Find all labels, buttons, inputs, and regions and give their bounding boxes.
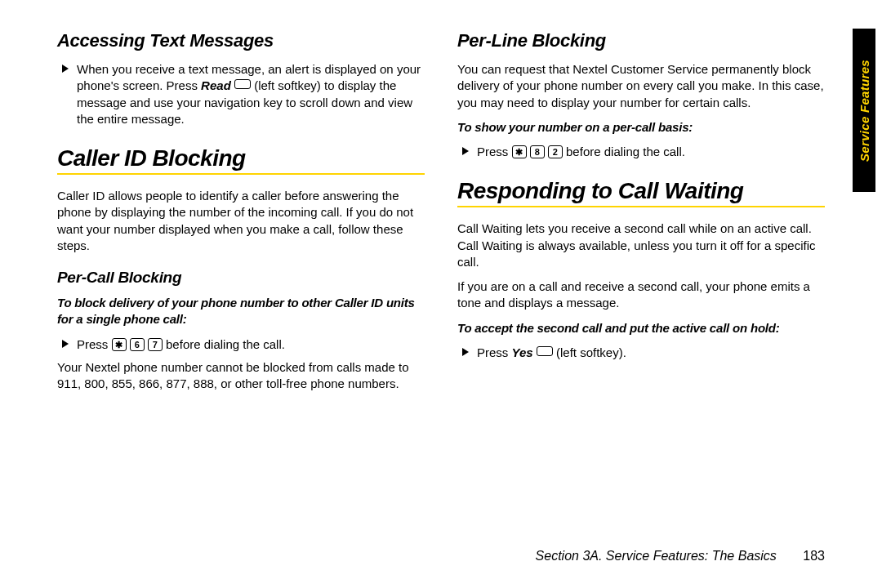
text-fragment: Press <box>77 337 112 351</box>
heading-accessing-text-messages: Accessing Text Messages <box>57 30 425 51</box>
heading-underline <box>457 206 825 207</box>
paragraph: You can request that Nextel Customer Ser… <box>457 61 825 111</box>
read-label: Read <box>201 78 231 92</box>
side-tab-service-features: Service Features <box>853 29 875 192</box>
heading-responding-call-waiting: Responding to Call Waiting <box>457 178 825 204</box>
softkey-icon <box>234 79 251 89</box>
content-columns: Accessing Text Messages When you receive… <box>57 29 825 523</box>
text-fragment: (left softkey). <box>553 345 626 359</box>
text-fragment: before dialing the call. <box>563 145 685 158</box>
key-star: ✱ <box>512 145 527 158</box>
list-item: Press Yes (left softkey). <box>462 345 825 361</box>
softkey-icon <box>537 346 553 356</box>
bullet-text: Press Yes (left softkey). <box>477 345 825 361</box>
triangle-bullet-icon <box>462 348 469 356</box>
key-8: 8 <box>530 145 545 158</box>
heading-per-call-blocking: Per-Call Blocking <box>57 269 425 287</box>
key-6: 6 <box>130 338 145 351</box>
right-column: Per-Line Blocking You can request that N… <box>457 29 825 523</box>
paragraph: Call Waiting lets you receive a second c… <box>457 220 825 270</box>
page-footer: Section 3A. Service Features: The Basics… <box>57 549 825 564</box>
triangle-bullet-icon <box>62 340 69 348</box>
triangle-bullet-icon <box>462 147 469 155</box>
list-item: When you receive a text message, an aler… <box>62 61 425 127</box>
bullet-text: Press ✱ 8 2 before dialing the call. <box>477 144 825 160</box>
instruction: To show your number on a per-call basis: <box>457 119 825 136</box>
side-tab-label: Service Features <box>858 60 871 162</box>
left-column: Accessing Text Messages When you receive… <box>57 29 425 523</box>
heading-underline <box>57 173 425 175</box>
text-fragment: before dialing the call. <box>163 337 285 351</box>
page-number: 183 <box>803 549 825 563</box>
text-fragment: Press <box>477 345 512 359</box>
key-7: 7 <box>148 338 163 351</box>
key-2: 2 <box>548 145 563 158</box>
heading-per-line-blocking: Per-Line Blocking <box>457 30 825 51</box>
list-item: Press ✱ 6 7 before dialing the call. <box>62 336 425 353</box>
paragraph: If you are on a call and receive a secon… <box>457 278 825 312</box>
bullet-text: Press ✱ 6 7 before dialing the call. <box>77 336 425 353</box>
key-star: ✱ <box>112 338 127 351</box>
paragraph: Caller ID allows people to identify a ca… <box>57 188 425 254</box>
text-fragment: Press <box>477 145 512 158</box>
bullet-text: When you receive a text message, an aler… <box>77 61 425 127</box>
yes-label: Yes <box>512 345 533 359</box>
triangle-bullet-icon <box>62 65 69 73</box>
instruction: To accept the second call and put the ac… <box>457 320 825 336</box>
list-item: Press ✱ 8 2 before dialing the call. <box>462 144 825 160</box>
heading-caller-id-blocking: Caller ID Blocking <box>57 145 425 172</box>
footer-section-title: Section 3A. Service Features: The Basics <box>536 549 777 563</box>
paragraph: Your Nextel phone number cannot be block… <box>57 359 425 393</box>
instruction: To block delivery of your phone number t… <box>57 295 425 328</box>
